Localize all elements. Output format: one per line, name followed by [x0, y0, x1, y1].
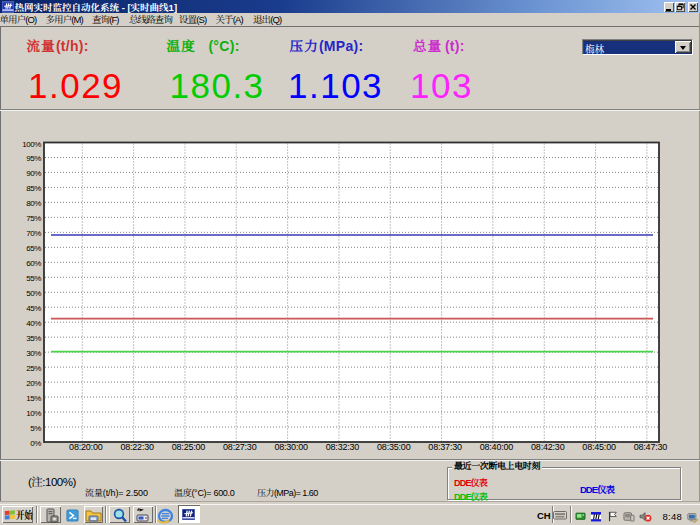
svg-text:90%: 90% — [26, 169, 41, 178]
svg-text:70%: 70% — [26, 229, 41, 238]
svg-text:60%: 60% — [26, 259, 41, 268]
svg-text:08:40:00: 08:40:00 — [480, 442, 514, 452]
svg-text:30%: 30% — [26, 349, 41, 358]
svg-text:08:42:30: 08:42:30 — [531, 442, 565, 452]
svg-text:50%: 50% — [26, 289, 41, 298]
svg-text:08:30:00: 08:30:00 — [274, 442, 308, 452]
svg-text:08:47:30: 08:47:30 — [634, 442, 668, 452]
svg-text:08:27:30: 08:27:30 — [223, 442, 257, 452]
svg-text:95%: 95% — [26, 154, 41, 163]
svg-text:100%: 100% — [22, 140, 41, 149]
svg-text:35%: 35% — [26, 334, 41, 343]
svg-text:65%: 65% — [26, 244, 41, 253]
svg-text:80%: 80% — [26, 199, 41, 208]
svg-text:10%: 10% — [26, 409, 41, 418]
svg-text:08:22:30: 08:22:30 — [120, 442, 154, 452]
svg-text:5%: 5% — [30, 424, 41, 433]
svg-text:40%: 40% — [26, 319, 41, 328]
svg-text:08:37:30: 08:37:30 — [428, 442, 462, 452]
svg-text:15%: 15% — [26, 394, 41, 403]
svg-text:08:25:00: 08:25:00 — [172, 442, 206, 452]
svg-text:20%: 20% — [26, 379, 41, 388]
svg-text:55%: 55% — [26, 274, 41, 283]
svg-text:08:32:30: 08:32:30 — [326, 442, 360, 452]
svg-text:08:20:00: 08:20:00 — [69, 442, 103, 452]
svg-text:08:45:00: 08:45:00 — [582, 442, 616, 452]
svg-text:85%: 85% — [26, 184, 41, 193]
svg-text:45%: 45% — [26, 304, 41, 313]
svg-text:25%: 25% — [26, 364, 41, 373]
svg-text:75%: 75% — [26, 214, 41, 223]
svg-text:08:35:00: 08:35:00 — [377, 442, 411, 452]
svg-text:0%: 0% — [30, 439, 41, 448]
